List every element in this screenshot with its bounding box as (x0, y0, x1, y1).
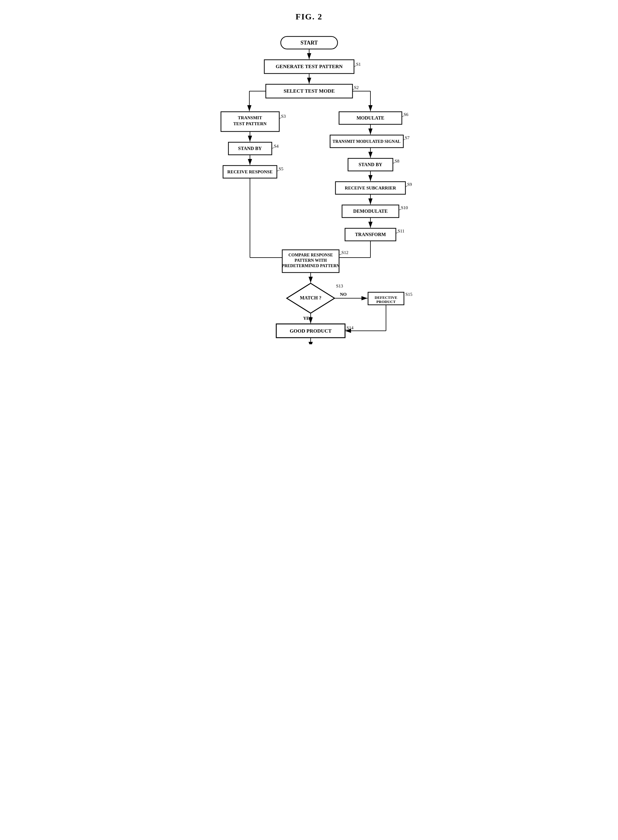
s7-box: TRANSMIT MODULATED SIGNAL (333, 139, 400, 144)
s14-box: GOOD PRODUCT (290, 328, 331, 334)
s10-box: DEMODULATE (353, 209, 388, 214)
s15-label: S15 (406, 292, 412, 297)
s1-label: S1 (356, 62, 361, 67)
start-label: START (300, 40, 318, 46)
figure-title: FIG. 2 (205, 12, 414, 22)
s11-label: S11 (398, 229, 404, 233)
s5-box: RECEIVE RESPONSE (227, 169, 272, 174)
s14-label: S14 (346, 326, 354, 330)
yes-label: YES (303, 316, 312, 321)
s4-label: S4 (274, 144, 279, 148)
s13-box: MATCH ? (300, 295, 321, 300)
s9-box: RECEIVE SUBCARRIER (345, 185, 396, 190)
s2-box: SELECT TEST MODE (284, 88, 334, 94)
s8-label: S8 (395, 159, 400, 163)
s15-box-line1: DEFECTIVE (374, 295, 397, 300)
s4-box: STAND BY (238, 146, 262, 151)
s6-label: S6 (404, 112, 409, 117)
s13-label: S13 (336, 284, 343, 288)
s9-label: S9 (407, 182, 412, 187)
s5-label: S5 (279, 166, 284, 171)
s3-box-line2: TEST PATTERN (233, 121, 266, 126)
s6-box: MODULATE (357, 116, 384, 120)
s8-box: STAND BY (358, 162, 382, 167)
s12-box-line3: PREDETERMINED PATTERN (282, 264, 339, 268)
flowchart-svg: START GENERATE TEST PATTERN S1 SELECT TE… (205, 31, 414, 344)
s11-box: TRANSFORM (355, 232, 386, 237)
s7-label: S7 (405, 135, 410, 140)
s12-box-line1: COMPARE RESPONSE (288, 253, 333, 257)
page: FIG. 2 START GENERATE TEST PATTERN S1 SE… (205, 12, 414, 344)
s3-label: S3 (281, 114, 286, 119)
s3-box-line1: TRANSMIT (238, 116, 262, 120)
s10-label: S10 (401, 205, 408, 210)
s12-label: S12 (342, 250, 348, 255)
s12-box-line2: PATTERN WITH (294, 258, 327, 263)
no-label: NO (340, 292, 347, 297)
s1-box: GENERATE TEST PATTERN (275, 64, 343, 69)
s2-label: S2 (354, 85, 359, 90)
s15-box-line2: PRODUCT (376, 299, 395, 304)
